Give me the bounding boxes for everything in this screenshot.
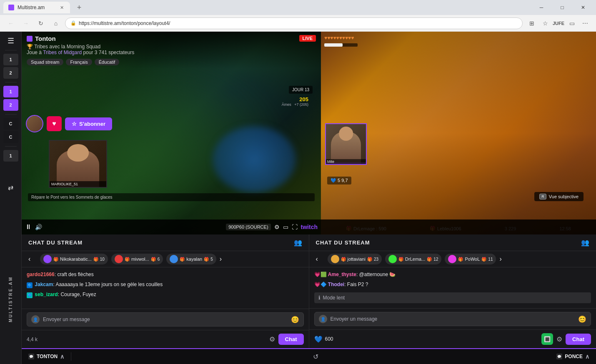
extensions-icon[interactable]: JUFE <box>553 17 564 29</box>
subscribe-button[interactable]: ☆ S'abonner <box>65 117 112 130</box>
home-btn[interactable]: ⌂ <box>50 17 62 29</box>
chat-footer-left: 4,4 k ⚙ Chat <box>22 330 309 348</box>
username-3: seb_izard <box>35 292 58 297</box>
sidebar-btn-2[interactable]: 2 <box>3 67 18 79</box>
user-avatar-r3 <box>448 255 456 263</box>
play-pause-btn[interactable]: ⏸ <box>25 223 32 231</box>
sidebar-btn-2-purple[interactable]: 2 <box>3 99 18 111</box>
sidebar-swap-icon[interactable]: ⇄ <box>3 182 18 193</box>
tab-title: Multistre.am <box>18 5 45 10</box>
chat-message-r1: 💗🟩 Ame_thyste: @atternoune 🍉 <box>314 271 591 278</box>
chat-title-right: CHAT DU STREAM <box>316 239 370 246</box>
zelda-prompt: R Vue subjective <box>534 192 583 201</box>
translate-icon[interactable]: ⊞ <box>526 17 538 29</box>
badge-jakcam: 🔷 <box>27 282 33 288</box>
sidebar-btn-1-purple[interactable]: 1 <box>3 86 18 97</box>
chat-settings-icon-right[interactable]: ⚙ <box>556 335 562 343</box>
streamer-cam-left: MARIOLIKE_51 <box>49 140 107 188</box>
bottom-divider-1 <box>71 352 71 361</box>
chat-input-area-right: 👤 Envoyer un message 😊 <box>309 308 596 329</box>
prompt-text: Vue subjective <box>549 194 578 199</box>
sidebar-btn-c1[interactable]: C <box>3 118 18 130</box>
user-avatar-2 <box>115 255 123 263</box>
more-icon[interactable]: ⋯ <box>579 17 591 29</box>
browser-titlebar: Multistre.am ✕ + ─ □ ✕ <box>0 0 596 15</box>
viewers-left: Joue à Tribes of Midgard pour 3 741 spec… <box>27 50 316 55</box>
browser-tab[interactable]: Multistre.am ✕ <box>3 2 70 13</box>
chat-nav-right-arrow-right[interactable]: › <box>499 255 508 263</box>
tag-squad: Squad stream <box>27 59 63 65</box>
game-info-left: 🏆 Tribes avec la Morning Squad <box>27 44 316 50</box>
settings-btn-left[interactable]: ⚙ <box>274 224 280 230</box>
sidebar-btn-1[interactable]: 1 <box>3 54 18 65</box>
sidebar-btn-c2[interactable]: C <box>3 131 18 143</box>
stream-left[interactable]: LIVE Tonton 🏆 Tribes avec la Morning Squ… <box>22 32 321 234</box>
chevron-up-right: ∧ <box>585 353 589 360</box>
follow-btn[interactable]: ♥ <box>47 116 62 131</box>
minimize-btn[interactable]: ─ <box>532 0 551 15</box>
user-chip-2[interactable]: 🎁 mivwol... 🎁 6 <box>111 254 163 264</box>
cast-icon[interactable]: ▭ <box>566 17 578 29</box>
stream-right[interactable]: ♥♥♥♥♥♥♥♥♥♥ <box>321 32 596 234</box>
streamer-avatar <box>26 115 43 132</box>
bottom-channel-right[interactable]: 💬 PONCE ∧ <box>556 353 589 360</box>
tab-close-btn[interactable]: ✕ <box>58 4 65 11</box>
bottom-channel-left[interactable]: 💬 TONTON ∧ <box>28 353 64 360</box>
user-avatar-3 <box>170 255 178 263</box>
map-overlay <box>213 126 296 193</box>
forward-btn[interactable]: → <box>20 17 32 29</box>
chat-input-avatar-right: 👤 <box>319 315 327 323</box>
game-name: Tribes of Midgard <box>43 50 82 55</box>
chat-title-left: CHAT DU STREAM <box>28 239 83 246</box>
reload-icon-center[interactable]: ↺ <box>313 353 318 361</box>
chat-input-box-right[interactable]: 👤 Envoyer un message 😊 <box>314 312 591 326</box>
bits-icon: 💙 <box>314 335 323 343</box>
user-chip-3[interactable]: 🎁 kayalan 🎁 5 <box>166 254 216 264</box>
chat-nav-left-arrow[interactable]: ‹ <box>28 255 37 263</box>
theater-btn[interactable]: ▭ <box>283 224 288 230</box>
stream-tags: Squad stream Français Éducatif <box>27 59 316 65</box>
chat-settings-icon-left[interactable]: ⚙ <box>269 335 275 343</box>
new-tab-btn[interactable]: + <box>73 2 85 13</box>
user-chip-r1[interactable]: 🎁 jottaviani 🎁 23 <box>328 254 382 264</box>
user-chip-r2[interactable]: 🎁 DrLema... 🎁 12 <box>385 254 441 264</box>
address-bar-area: ← → ↻ ⌂ 🔒 https://multistre.am/tonton/po… <box>0 15 596 32</box>
user-chip-1[interactable]: 🎁 Nikokarabatic... 🎁 10 <box>40 254 108 264</box>
chat-footer-right: 💙 600 🔳 ⚙ Chat <box>309 329 596 348</box>
username-r1: Ame_thyste <box>328 272 356 277</box>
sidebar-btn-1b[interactable]: 1 <box>3 150 18 162</box>
chat-button-right[interactable]: Chat <box>566 334 591 345</box>
user-avatar-r2 <box>388 255 397 263</box>
chat-input-box-left[interactable]: 👤 Envoyer un message 😊 <box>27 312 304 327</box>
chat-users-bar-right: ‹ 🎁 jottaviani 🎁 23 🎁 DrLema... 🎁 12 <box>309 251 596 267</box>
user-chip-r3[interactable]: 🎁 PoWoL 🎁 11 <box>445 254 496 264</box>
sidebar: ☰ 1 2 1 2 C C 1 ⇄ MULTISTRE.AM <box>0 32 22 364</box>
bits-display: 💙 600 <box>314 335 333 343</box>
chat-nav-right-arrow-left[interactable]: › <box>220 255 228 263</box>
volume-btn[interactable]: 🔊 <box>35 224 42 230</box>
chat-input-placeholder-left: Envoyer un message <box>43 317 288 322</box>
url-bar[interactable]: 🔒 https://multistre.am/tonton/ponce/layo… <box>65 17 523 29</box>
zelda-item-display: 💙 5 9,7 <box>327 177 351 184</box>
chat-message-3: 🔷 seb_izard: Courage, Fuyez <box>27 291 304 298</box>
user-avatar-r1 <box>331 255 339 263</box>
back-btn[interactable]: ← <box>5 17 17 29</box>
emoji-btn-right[interactable]: 😊 <box>578 315 586 323</box>
chat-nav-left-arrow-right[interactable]: ‹ <box>316 255 324 263</box>
stream-left-header: LIVE Tonton 🏆 Tribes avec la Morning Squ… <box>22 32 321 69</box>
emoji-btn-left[interactable]: 😊 <box>291 316 299 324</box>
close-btn[interactable]: ✕ <box>573 0 593 15</box>
app-logo-text: MULTISTRE.AM <box>8 276 13 322</box>
sidebar-menu-icon[interactable]: ☰ <box>3 35 18 47</box>
bottom-bar: 💬 TONTON ∧ ↺ 💬 PONCE ∧ <box>22 348 596 364</box>
bookmark-icon[interactable]: ☆ <box>539 17 551 29</box>
chat-users-icon-left[interactable]: 👥 <box>294 239 302 247</box>
stream-left-video: LIVE Tonton 🏆 Tribes avec la Morning Squ… <box>22 32 321 234</box>
chat-users-icon-right[interactable]: 👥 <box>581 239 589 247</box>
chat-button-left[interactable]: Chat <box>278 334 304 345</box>
bits-count: 600 <box>325 336 333 342</box>
maximize-btn[interactable]: □ <box>553 0 572 15</box>
fullscreen-btn[interactable]: ⛶ <box>292 224 298 230</box>
channel-points-btn-right[interactable]: 🔳 <box>541 333 553 345</box>
reload-btn[interactable]: ↻ <box>35 17 47 29</box>
